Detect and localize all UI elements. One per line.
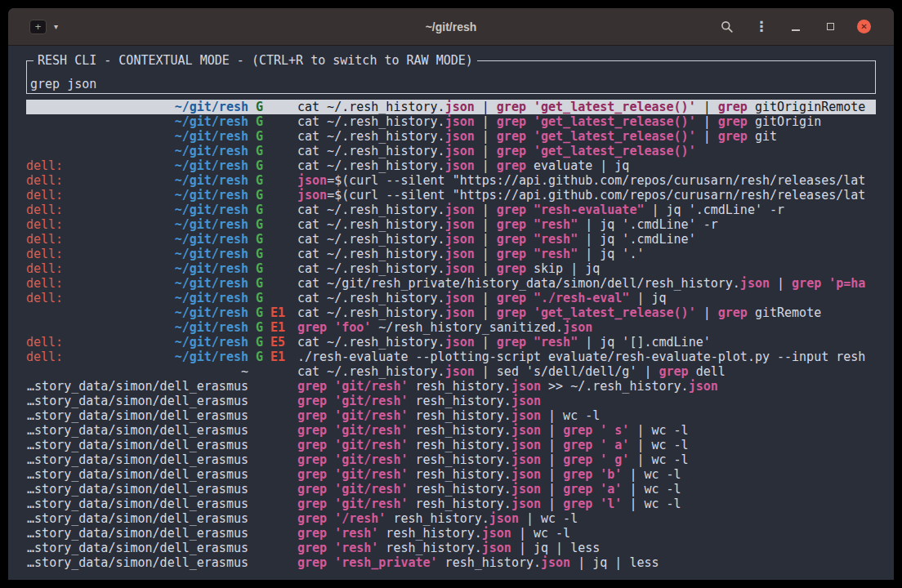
search-icon[interactable] [720,20,735,34]
command-text: cat ~/.resh_history.json | grep evaluate… [297,158,876,173]
history-row[interactable]: ~/git/reshG E1cat ~/.resh_history.json |… [26,305,876,320]
flag-G: G [256,305,263,320]
history-row[interactable]: dell:~/git/reshG E1./resh-evaluate --plo… [26,350,876,364]
row-context: ~/git/resh [26,144,248,158]
new-tab-button[interactable]: + [29,20,47,34]
history-row[interactable]: ~/git/reshGcat ~/.resh_history.json | gr… [26,114,876,129]
path-label: ~/git/resh [175,335,248,350]
flags-label: G [248,232,297,247]
command-text: cat ~/.resh_history.json | grep "resh" |… [297,247,876,261]
titlebar[interactable]: + ▾ ~/git/resh ⋮ ✕ [8,8,894,46]
history-row[interactable]: dell:~/git/reshGcat ~/.resh_history.json… [26,232,876,247]
history-list: ~/git/reshGcat ~/.resh_history.json | gr… [26,100,876,570]
history-row[interactable]: dell:~/git/reshGcat ~/.resh_history.json… [26,247,876,261]
command-text: grep 'git/resh' resh_history.json >> ~/.… [297,379,876,394]
row-context: dell:~/git/resh [26,232,248,247]
row-context: ~/git/resh [26,129,248,144]
path-label: …story_data/simon/dell_erasmus [27,497,248,511]
restore-button[interactable] [823,20,837,34]
history-row[interactable]: ~/git/reshG E1grep 'foo' ~/resh_history_… [26,320,876,335]
row-context: dell:~/git/resh [26,217,248,232]
history-row[interactable]: dell:~/git/reshGcat ~/.resh_history.json… [26,203,876,217]
row-context: …story_data/simon/dell_erasmus [26,379,248,394]
terminal-content[interactable]: RESH CLI - CONTEXTUAL MODE - (CTRL+R to … [8,46,894,580]
history-row[interactable]: …story_data/simon/dell_erasmusgrep 'git/… [26,423,876,438]
history-row[interactable]: dell:~/git/reshGcat ~/git/resh_private/h… [26,276,876,291]
command-text: json=$(curl --silent "https://api.github… [297,188,876,203]
command-text: cat ~/.resh_history.json | grep 'get_lat… [297,114,876,129]
history-row[interactable]: dell:~/git/reshGjson=$(curl --silent "ht… [26,173,876,188]
history-row[interactable]: ~/git/reshGcat ~/.resh_history.json | gr… [26,100,876,114]
row-context: …story_data/simon/dell_erasmus [26,497,248,511]
path-label: ~/git/resh [175,158,248,173]
search-query-input[interactable]: grep json [30,77,96,91]
path-label: ~/git/resh [175,305,248,320]
path-label: ~/git/resh [175,188,248,203]
flags-label [248,467,297,482]
history-row[interactable]: dell:~/git/reshGcat ~/.resh_history.json… [26,291,876,305]
history-row[interactable]: …story_data/simon/dell_erasmusgrep 'git/… [26,438,876,452]
history-row[interactable]: …story_data/simon/dell_erasmusgrep 'git/… [26,497,876,511]
row-context: ~ [26,364,248,379]
flags-label: G [248,276,297,291]
flags-label [248,438,297,452]
flag-E1: E1 [270,305,285,320]
history-row[interactable]: …story_data/simon/dell_erasmusgrep 'resh… [26,541,876,555]
flags-label: G [248,129,297,144]
history-row[interactable]: …story_data/simon/dell_erasmusgrep 'git/… [26,452,876,467]
chevron-down-icon[interactable]: ▾ [54,22,58,31]
host-label: dell: [26,276,63,291]
flags-label [248,364,297,379]
history-row[interactable]: …story_data/simon/dell_erasmusgrep 'git/… [26,394,876,408]
flag-G: G [256,335,263,350]
row-context: dell:~/git/resh [26,350,248,364]
flags-label: G [248,188,297,203]
history-row[interactable]: …story_data/simon/dell_erasmusgrep '/res… [26,511,876,526]
flag-G: G [256,232,263,247]
command-text: cat ~/.resh_history.json | grep 'get_lat… [297,100,876,114]
path-label: ~/git/resh [175,261,248,276]
menu-kebab-icon[interactable]: ⋮ [754,20,769,34]
history-row[interactable]: …story_data/simon/dell_erasmusgrep 'resh… [26,526,876,541]
terminal-window: + ▾ ~/git/resh ⋮ ✕ RESH CLI - CONTEXTUAL… [8,8,894,580]
row-context: ~/git/resh [26,100,248,114]
history-row[interactable]: ~/git/reshGcat ~/.resh_history.json | gr… [26,144,876,158]
history-row[interactable]: ~cat ~/.resh_history.json | sed 's/dell/… [26,364,876,379]
history-row[interactable]: dell:~/git/reshGcat ~/.resh_history.json… [26,158,876,173]
history-row[interactable]: …story_data/simon/dell_erasmusgrep 'git/… [26,408,876,423]
flag-E1: E1 [270,350,285,364]
minimize-icon [792,29,800,31]
row-context: dell:~/git/resh [26,335,248,350]
restore-icon [827,23,834,30]
history-row[interactable]: dell:~/git/reshG E5cat ~/.resh_history.j… [26,335,876,350]
host-label: dell: [26,261,63,276]
row-context: …story_data/simon/dell_erasmus [26,438,248,452]
flags-label [248,555,297,570]
history-row[interactable]: ~/git/reshGcat ~/.resh_history.json | gr… [26,129,876,144]
flags-label: G [248,144,297,158]
command-text: grep 'resh' resh_history.json | jq | les… [297,541,876,555]
row-context: dell:~/git/resh [26,203,248,217]
close-button[interactable]: ✕ [857,20,871,33]
history-row[interactable]: dell:~/git/reshGjson=$(curl --silent "ht… [26,188,876,203]
minimize-button[interactable] [788,20,803,34]
command-text: grep 'resh' resh_history.json | wc -l [297,526,876,541]
path-label: ~/git/resh [175,247,248,261]
history-row[interactable]: …story_data/simon/dell_erasmusgrep 'git/… [26,482,876,497]
history-row[interactable]: …story_data/simon/dell_erasmusgrep 'git/… [26,467,876,482]
history-row[interactable]: …story_data/simon/dell_erasmusgrep 'resh… [26,555,876,570]
history-row[interactable]: dell:~/git/reshGcat ~/.resh_history.json… [26,261,876,276]
path-label: …story_data/simon/dell_erasmus [27,379,248,394]
path-label: ~/git/resh [175,100,248,114]
path-label: ~/git/resh [175,350,248,364]
path-label: …story_data/simon/dell_erasmus [27,526,248,541]
path-label: ~/git/resh [175,217,248,232]
history-row[interactable]: dell:~/git/reshGcat ~/.resh_history.json… [26,217,876,232]
command-text: grep 'git/resh' resh_history.json | wc -… [297,408,876,423]
command-text: cat ~/.resh_history.json | grep 'get_lat… [297,305,876,320]
flag-G: G [256,144,263,158]
history-row[interactable]: …story_data/simon/dell_erasmusgrep 'git/… [26,379,876,394]
flag-G: G [256,261,263,276]
row-context: …story_data/simon/dell_erasmus [26,555,248,570]
path-label: ~/git/resh [175,203,248,217]
